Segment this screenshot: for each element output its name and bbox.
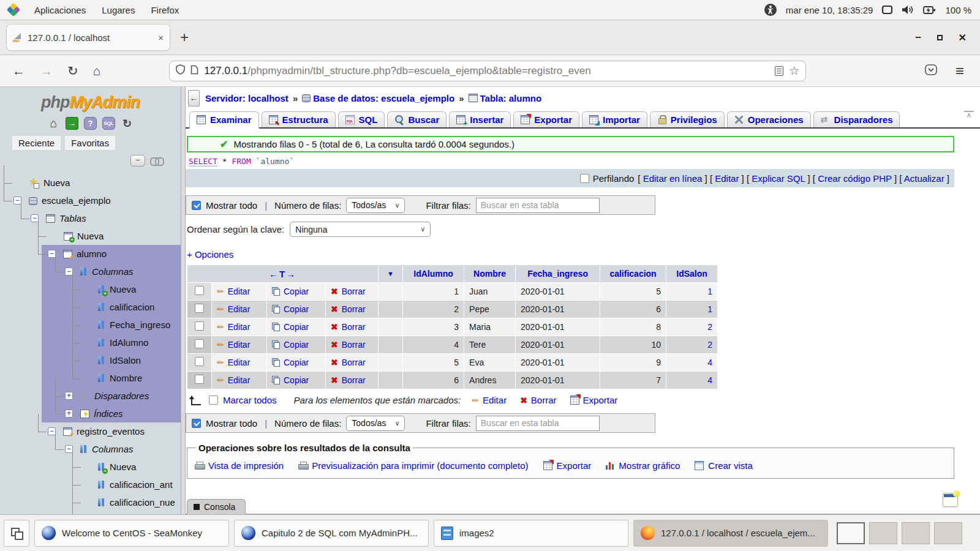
tree-item-nueva[interactable]: Nueva <box>0 227 181 245</box>
tree-item-columnas[interactable]: −Columnas <box>0 440 181 458</box>
row-editar-link[interactable]: Editar <box>217 322 262 332</box>
row-borrar-link[interactable]: Borrar <box>331 358 373 367</box>
expand-icon[interactable]: + <box>65 392 73 400</box>
tab-estructura[interactable]: Estructura <box>262 111 336 127</box>
row-borrar-link[interactable]: Borrar <box>331 375 373 385</box>
row-editar-link[interactable]: Editar <box>217 340 262 350</box>
menubar-item-aplicaciones[interactable]: Aplicaciones <box>34 5 86 15</box>
cell-idsalon[interactable]: 1 <box>666 283 718 301</box>
collapse-icon[interactable]: − <box>31 214 39 222</box>
tree-item-nueva[interactable]: Nueva <box>0 280 181 298</box>
tab-close-icon[interactable]: × <box>158 32 164 43</box>
tree-item-columnas[interactable]: −Columnas <box>0 263 181 280</box>
tree-item-idalumno[interactable]: IdAlumno <box>0 334 181 351</box>
cell-idsalon[interactable]: 4 <box>666 354 718 372</box>
profiling-link-explicar-sql[interactable]: Explicar SQL <box>752 173 805 184</box>
tab-disparadores[interactable]: Disparadores <box>813 111 900 127</box>
refresh-icon[interactable]: ↻ <box>121 117 134 130</box>
task-welcome-to-centos-seamonkey[interactable]: Welcome to CentOS - SeaMonkey <box>34 520 229 547</box>
page-info-icon[interactable] <box>190 65 198 77</box>
workspace-1[interactable] <box>837 522 865 544</box>
logout-icon[interactable]: → <box>66 117 78 130</box>
operation-exportar-link[interactable]: Exportar <box>543 460 592 471</box>
breadcrumb-base-de-datos[interactable]: Base de datos: escuela_ejemplo <box>313 93 454 103</box>
tree-item-tablas[interactable]: −Tablas <box>0 209 181 227</box>
tree-item-calificacion-ant[interactable]: calificacion_ant <box>0 476 181 493</box>
shield-icon[interactable] <box>176 64 185 77</box>
row-borrar-link[interactable]: Borrar <box>331 322 373 332</box>
collapse-icon[interactable]: − <box>13 197 21 204</box>
row-copiar-link[interactable]: Copiar <box>272 304 320 314</box>
task-127-0-0-1-localhost-escuela-ejem[interactable]: 127.0.0.1 / localhost / escuela_ejem... <box>633 520 828 547</box>
row-editar-link[interactable]: Editar <box>217 358 262 367</box>
sort-key-select[interactable]: Ninguna∨ <box>290 222 431 237</box>
phpmyadmin-logo[interactable]: phpMyAdmin <box>0 87 181 112</box>
cell-idsalon[interactable]: 2 <box>666 336 718 354</box>
bookmark-star-icon[interactable]: ☆ <box>789 64 799 78</box>
tree-item-ndices[interactable]: +Índices <box>0 405 181 422</box>
collapse-all-button[interactable]: − <box>130 155 145 167</box>
task-capitulo-2-de-sql-com-myadminph[interactable]: Capitulo 2 de SQL com MyAdminPH... <box>234 520 429 547</box>
clock[interactable]: mar ene 10, 18:35:29 <box>786 5 873 15</box>
operation-vista-de-impresi-n-link[interactable]: Vista de impresión <box>195 460 284 471</box>
column-header-nombre[interactable]: Nombre <box>464 265 516 283</box>
recent-tables-tab[interactable]: Reciente <box>12 136 61 150</box>
sidebar-resize-handle[interactable] <box>181 87 186 514</box>
window-close-button[interactable]: ✕ <box>959 32 967 43</box>
row-checkbox[interactable] <box>195 286 204 295</box>
check-all-checkbox[interactable] <box>209 395 218 405</box>
profiling-checkbox[interactable] <box>580 174 589 183</box>
profiling-link-crear-c-digo-php[interactable]: Crear código PHP <box>818 173 892 184</box>
tree-item-nueva[interactable]: Nueva <box>0 458 181 476</box>
home-icon[interactable]: ⌂ <box>47 117 60 130</box>
pocket-icon[interactable] <box>925 64 937 78</box>
console-toggle[interactable]: Consola <box>187 499 246 514</box>
forward-button[interactable]: → <box>40 64 53 78</box>
link-with-main-icon[interactable] <box>150 157 162 164</box>
row-copiar-link[interactable]: Copiar <box>272 322 320 332</box>
url-text[interactable]: 127.0.0.1/phpmyadmin/tbl_structure.php?d… <box>204 65 769 77</box>
battery-icon[interactable] <box>923 5 937 15</box>
hide-sidebar-button[interactable]: ← <box>188 90 200 107</box>
collapse-icon[interactable]: − <box>65 268 73 276</box>
show-all-checkbox[interactable] <box>192 419 201 428</box>
tab-insertar[interactable]: Insertar <box>449 111 511 127</box>
cell-idsalon[interactable]: 2 <box>666 318 718 336</box>
accessibility-icon[interactable] <box>764 3 777 17</box>
reader-mode-icon[interactable] <box>775 66 783 76</box>
column-header-fecha-ingreso[interactable]: Fecha_ingreso <box>516 265 600 283</box>
tree-item-alumno[interactable]: −alumno <box>0 245 181 263</box>
browser-tab[interactable]: 127.0.0.1 / localhost × <box>6 24 170 51</box>
tree-item-registro-eventos[interactable]: −registro_eventos <box>0 422 181 440</box>
row-copiar-link[interactable]: Copiar <box>272 358 320 367</box>
open-new-window-icon[interactable] <box>943 493 958 507</box>
workspace-2[interactable] <box>869 522 897 544</box>
row-checkbox[interactable] <box>195 321 204 331</box>
column-header-calificacion[interactable]: calificacion <box>600 265 666 283</box>
menubar-item-lugares[interactable]: Lugares <box>102 5 135 15</box>
collapse-icon[interactable]: − <box>48 427 56 435</box>
collapse-icon[interactable]: − <box>65 445 73 453</box>
column-order-marker[interactable]: ←T→ <box>187 265 379 283</box>
row-checkbox[interactable] <box>195 375 204 384</box>
tab-examinar[interactable]: Examinar <box>189 111 259 129</box>
new-tab-button[interactable]: + <box>180 31 189 43</box>
tree-item-escuela-ejemplo[interactable]: −escuela_ejemplo <box>0 192 181 209</box>
operation-previsualizaci-n-para-imprimir-documento-completo-link[interactable]: Previsualización para imprimir (document… <box>298 460 528 471</box>
selected-borrar-link[interactable]: Borrar <box>520 395 556 405</box>
num-rows-select[interactable]: Todos/as∨ <box>346 416 405 431</box>
row-copiar-link[interactable]: Copiar <box>272 287 320 296</box>
reload-button[interactable]: ↻ <box>67 64 78 78</box>
tree-item-calificacion[interactable]: calificacion <box>0 298 181 316</box>
tab-privilegios[interactable]: Privilegios <box>650 111 725 127</box>
row-borrar-link[interactable]: Borrar <box>331 340 373 350</box>
check-all-link[interactable]: Marcar todos <box>223 395 277 405</box>
row-checkbox[interactable] <box>195 339 204 348</box>
column-header-idsalon[interactable]: IdSalon <box>666 265 718 283</box>
distro-logo-icon[interactable] <box>7 3 21 17</box>
operation-mostrar-gr-fico-link[interactable]: Mostrar gráfico <box>606 460 680 471</box>
row-checkbox[interactable] <box>195 304 204 313</box>
tab-importar[interactable]: Importar <box>582 111 647 127</box>
filter-input[interactable] <box>476 198 600 213</box>
address-bar[interactable]: 127.0.0.1/phpmyadmin/tbl_structure.php?d… <box>169 61 806 81</box>
